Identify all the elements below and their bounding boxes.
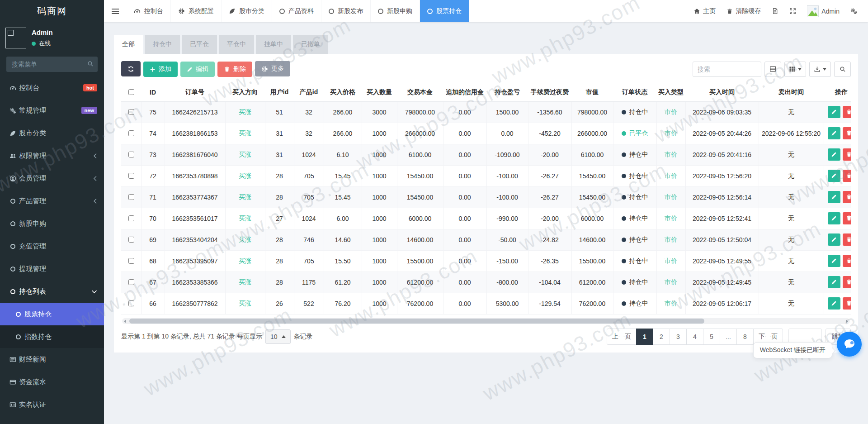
row-checkbox[interactable] <box>128 173 134 179</box>
tab-all[interactable]: 全部 <box>114 35 143 54</box>
export-button[interactable] <box>809 62 831 77</box>
row-delete-button[interactable] <box>843 127 851 139</box>
chat-button[interactable] <box>837 332 862 357</box>
sidebar-item-market-category[interactable]: 股市分类 <box>0 122 104 144</box>
sidebar-item-index-position[interactable]: 指数持仓 <box>0 325 104 348</box>
tab-holding[interactable]: 持仓中 <box>145 35 180 54</box>
scroll-right-icon[interactable] <box>846 319 848 323</box>
detail-view-button[interactable] <box>764 62 781 77</box>
row-edit-button[interactable] <box>828 191 840 203</box>
row-edit-button[interactable] <box>828 255 840 267</box>
cell-buy-type: 市价 <box>656 144 685 165</box>
tab-pending[interactable]: 挂单中 <box>256 35 291 54</box>
sidebar-item-withdraw[interactable]: 提现管理 <box>0 257 104 280</box>
columns-button[interactable] <box>784 62 806 77</box>
page-button-2[interactable]: 2 <box>653 329 670 345</box>
tab-closing[interactable]: 平仓中 <box>219 35 254 54</box>
page-button-3[interactable]: 3 <box>670 329 687 345</box>
row-delete-button[interactable] <box>843 170 851 182</box>
topnav-item-product-info[interactable]: 产品资料 <box>272 0 321 22</box>
settings-button[interactable] <box>845 0 863 22</box>
prev-page-button[interactable]: 上一页 <box>607 329 637 345</box>
topnav-item-stock-position[interactable]: 股票持仓 <box>420 0 469 22</box>
sidebar-item-ipo-subscribe[interactable]: 新股申购 <box>0 212 104 235</box>
more-button[interactable]: 更多 <box>255 61 290 76</box>
clear-cache-button[interactable]: 清除缓存 <box>721 0 766 22</box>
status-dot-icon <box>622 195 626 200</box>
topnav-item-ipo-release[interactable]: 新股发布 <box>321 0 371 22</box>
sidebar-item-product[interactable]: 产品管理 <box>0 190 104 212</box>
tab-closed[interactable]: 已平仓 <box>182 35 217 54</box>
scrollbar-thumb[interactable] <box>129 319 704 324</box>
page-size-dropdown[interactable]: 10 <box>265 329 291 344</box>
row-edit-button[interactable] <box>828 212 840 224</box>
row-checkbox[interactable] <box>128 152 134 157</box>
table-search-button[interactable] <box>834 62 851 77</box>
row-delete-button[interactable] <box>843 276 851 288</box>
page-button-1[interactable]: 1 <box>636 329 653 345</box>
sidebar-toggle-button[interactable] <box>104 0 127 22</box>
cell-order-no: 1662426215713 <box>165 101 225 123</box>
sidebar-item-member[interactable]: 会员管理 <box>0 167 104 190</box>
table-search-input[interactable] <box>693 62 761 77</box>
row-checkbox[interactable] <box>128 215 134 221</box>
cell-market-value: 14600.00 <box>571 229 613 250</box>
delete-button[interactable]: 删除 <box>217 62 252 77</box>
select-all-checkbox[interactable] <box>128 89 134 95</box>
sidebar-item-general[interactable]: 常规管理new <box>0 99 104 122</box>
row-checkbox[interactable] <box>128 194 134 200</box>
row-checkbox[interactable] <box>128 300 134 306</box>
row-delete-button[interactable] <box>843 191 851 203</box>
row-delete-button[interactable] <box>843 212 851 224</box>
refresh-button[interactable] <box>121 61 141 76</box>
sidebar-item-real-name[interactable]: 实名认证 <box>0 393 104 416</box>
sidebar-item-finance-news[interactable]: 财经新闻 <box>0 348 104 371</box>
page-button-5[interactable]: 5 <box>703 329 720 345</box>
row-delete-button[interactable] <box>843 106 851 118</box>
sidebar-search-input[interactable] <box>6 57 98 72</box>
row-edit-button[interactable] <box>828 276 840 288</box>
topnav-item-system-config[interactable]: 系统配置 <box>171 0 222 22</box>
topnav-user[interactable]: Admin <box>802 0 845 22</box>
row-edit-button[interactable] <box>828 170 840 182</box>
cell-fee: -20.00 <box>528 144 571 165</box>
topnav-item-dashboard[interactable]: 控制台 <box>127 0 171 22</box>
sidebar-item-stock-position[interactable]: 股票持仓 <box>0 303 104 325</box>
row-delete-button[interactable] <box>843 297 851 310</box>
sidebar-item-fund-flow[interactable]: 资金流水 <box>0 371 104 393</box>
edit-button[interactable]: 编辑 <box>180 62 215 77</box>
row-edit-button[interactable] <box>828 148 840 161</box>
row-edit-button[interactable] <box>828 233 840 246</box>
add-button[interactable]: 添加 <box>143 62 178 77</box>
docs-button[interactable] <box>766 0 784 22</box>
sidebar-item-recharge[interactable]: 充值管理 <box>0 235 104 257</box>
gear-icon <box>261 66 268 72</box>
row-edit-button[interactable] <box>828 297 840 310</box>
row-checkbox[interactable] <box>128 109 134 115</box>
row-checkbox[interactable] <box>128 279 134 285</box>
row-delete-button[interactable] <box>843 255 851 267</box>
sidebar-item-position-list[interactable]: 持仓列表 <box>0 280 104 303</box>
row-checkbox[interactable] <box>128 130 134 136</box>
cell-sell-time: 无 <box>759 186 824 208</box>
cell-market-value: 6100.00 <box>571 144 613 165</box>
sidebar-item-dashboard[interactable]: 控制台hot <box>0 76 104 99</box>
page-button-4[interactable]: 4 <box>686 329 703 345</box>
scroll-left-icon[interactable] <box>124 319 126 323</box>
fullscreen-button[interactable] <box>784 0 802 22</box>
sidebar-item-permission[interactable]: 权限管理 <box>0 144 104 167</box>
horizontal-scrollbar[interactable] <box>122 318 850 324</box>
topnav-home[interactable]: 主页 <box>688 0 721 22</box>
row-checkbox[interactable] <box>128 258 134 264</box>
row-edit-button[interactable] <box>828 106 840 118</box>
page-button-8[interactable]: 8 <box>736 329 754 345</box>
tab-cancelled[interactable]: 已撤单 <box>293 35 328 54</box>
topnav-item-market-category[interactable]: 股市分类 <box>222 0 272 22</box>
cell-buy-type: 市价 <box>656 165 685 186</box>
table-row: 751662426215713买涨5132266.003000798000.00… <box>121 101 851 123</box>
row-edit-button[interactable] <box>828 127 840 139</box>
topnav-item-ipo-subscribe[interactable]: 新股申购 <box>371 0 420 22</box>
row-checkbox[interactable] <box>128 237 134 243</box>
row-delete-button[interactable] <box>843 233 851 246</box>
row-delete-button[interactable] <box>843 148 851 161</box>
